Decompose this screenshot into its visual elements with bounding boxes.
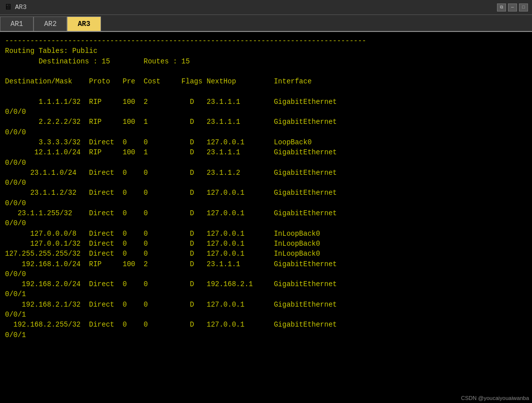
terminal-output: ----------------------------------------…	[0, 32, 532, 403]
title-bar: 🖥 AR3 ⧉ ─ □	[0, 0, 532, 15]
tab-ar2[interactable]: AR2	[34, 16, 67, 31]
app-icon: 🖥	[4, 3, 12, 11]
terminal-content: ----------------------------------------…	[5, 36, 527, 340]
minimize-button[interactable]: ─	[508, 3, 517, 11]
tabs-bar: AR1 AR2 AR3	[0, 15, 532, 32]
watermark: CSDN @youcaiyouaiwanba	[461, 395, 529, 401]
restore-button[interactable]: ⧉	[497, 3, 506, 11]
tab-ar3[interactable]: AR3	[67, 16, 100, 31]
title-bar-text: AR3	[15, 3, 494, 11]
window-controls: ⧉ ─ □	[497, 3, 528, 11]
tab-ar1[interactable]: AR1	[0, 16, 34, 31]
maximize-button[interactable]: □	[519, 3, 528, 11]
